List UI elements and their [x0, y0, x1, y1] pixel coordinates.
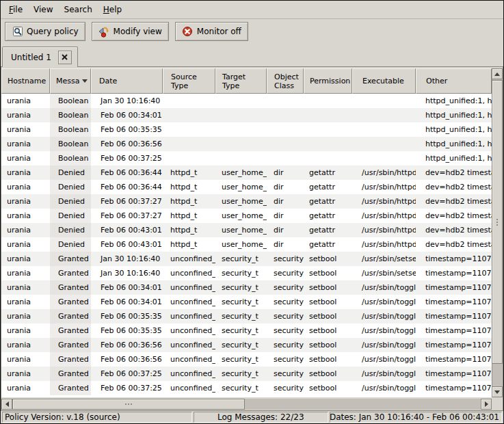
cell-target_type — [215, 151, 267, 165]
cell-executable — [352, 122, 416, 137]
table-row[interactable]: uraniaGrantedFeb 06 00:36:56unconfined_s… — [1, 352, 492, 367]
table-row[interactable]: uraniaGrantedFeb 06 00:36:56unconfined_s… — [1, 338, 492, 352]
modify-view-button[interactable]: Modify view — [92, 22, 169, 41]
table-row[interactable]: uraniaGrantedFeb 06 00:37:25unconfined_s… — [1, 381, 492, 395]
cell-date: Feb 06 00:37:25 — [91, 367, 163, 381]
cell-date: Feb 06 00:35:35 — [91, 323, 163, 338]
table-row[interactable]: uraniaBooleanFeb 06 00:35:35httpd_unifie… — [1, 122, 492, 137]
cell-target_type: security_t — [215, 338, 267, 352]
table-row[interactable]: uraniaDeniedFeb 06 00:43:01httpd_tuser_h… — [1, 223, 492, 237]
table-row[interactable]: uraniaGrantedFeb 06 00:34:01unconfined_s… — [1, 280, 492, 295]
cell-date: Feb 06 00:35:35 — [91, 122, 163, 137]
cell-source_type: unconfined_ — [163, 338, 215, 352]
query-policy-label: Query policy — [27, 27, 79, 36]
cell-other: timestamp=11076 — [416, 280, 492, 295]
menu-view-label: View — [34, 5, 53, 14]
scroll-left-button[interactable] — [1, 399, 12, 410]
menu-view[interactable]: View — [28, 2, 58, 17]
cell-source_type — [163, 122, 215, 137]
column-header-label: Other — [426, 77, 447, 85]
menu-help[interactable]: Help — [98, 2, 127, 17]
cell-target_type: security_t — [215, 295, 267, 309]
cell-source_type: unconfined_ — [163, 323, 215, 338]
tab-untitled-1[interactable]: Untitled 1 — [2, 47, 78, 67]
close-icon — [62, 54, 68, 60]
cell-object_class: security — [267, 252, 304, 266]
table-row[interactable]: uraniaDeniedFeb 06 00:43:01httpd_tuser_h… — [1, 237, 492, 252]
cell-message: Denied — [50, 194, 91, 209]
scroll-right-button[interactable] — [481, 399, 492, 410]
horizontal-scrollbar-thumb[interactable] — [12, 399, 245, 410]
cell-other: dev=hdb2 timesta — [416, 180, 492, 194]
scrollbar-grip-icon — [125, 403, 127, 405]
column-header-other[interactable]: Other — [416, 68, 492, 94]
cell-executable: /usr/sbin/toggle — [352, 295, 416, 309]
menu-file[interactable]: File — [3, 2, 28, 17]
scroll-down-button[interactable] — [492, 386, 503, 397]
cell-source_type: unconfined_ — [163, 295, 215, 309]
cell-message: Granted — [50, 309, 91, 323]
table-row[interactable]: uraniaBooleanFeb 06 00:34:01httpd_unifie… — [1, 108, 492, 122]
table-row[interactable]: uraniaDeniedFeb 06 00:36:44httpd_tuser_h… — [1, 165, 492, 180]
cell-executable: /usr/sbin/httpd — [352, 194, 416, 209]
table-row[interactable]: uraniaBooleanFeb 06 00:36:56httpd_unifie… — [1, 137, 492, 151]
monitor-off-button[interactable]: Monitor off — [175, 22, 248, 41]
column-header-object_class[interactable]: Object Class — [267, 68, 304, 94]
tab-label: Untitled 1 — [11, 53, 51, 62]
menu-search[interactable]: Search — [59, 2, 98, 17]
cell-message: Granted — [50, 266, 91, 280]
table-row[interactable]: uraniaBooleanJan 30 10:16:40httpd_unifie… — [1, 94, 492, 108]
query-policy-button[interactable]: Query policy — [5, 22, 85, 41]
vertical-scrollbar[interactable] — [492, 68, 503, 397]
cell-date: Feb 06 00:36:56 — [91, 137, 163, 151]
cell-hostname: urania — [1, 352, 50, 367]
cell-permission — [304, 137, 352, 151]
cell-hostname: urania — [1, 137, 50, 151]
modify-view-icon — [98, 26, 110, 38]
column-header-target_type[interactable]: Target Type — [215, 68, 267, 94]
column-header-executable[interactable]: Executable — [352, 68, 416, 94]
cell-message: Granted — [50, 280, 91, 295]
cell-source_type — [163, 137, 215, 151]
horizontal-scrollbar[interactable] — [1, 399, 492, 410]
cell-target_type: security_t — [215, 280, 267, 295]
cell-target_type: security_t — [215, 352, 267, 367]
status-dates: Dates: Jan 30 10:16:40 - Feb 06 00:43:01 — [330, 412, 502, 423]
column-header-permission[interactable]: Permission — [304, 68, 352, 94]
table-row[interactable]: uraniaGrantedJan 30 10:16:40unconfined_s… — [1, 266, 492, 280]
cell-other: timestamp=11076 — [416, 367, 492, 381]
scroll-up-button[interactable] — [492, 68, 503, 79]
tab-close-button[interactable] — [58, 51, 72, 64]
cell-date: Feb 06 00:43:01 — [91, 237, 163, 252]
column-header-message[interactable]: Messa — [50, 68, 91, 94]
cell-source_type: unconfined_ — [163, 367, 215, 381]
column-header-date[interactable]: Date — [91, 68, 163, 94]
table-row[interactable]: uraniaBooleanFeb 06 00:37:25httpd_unifie… — [1, 151, 492, 165]
cell-permission: setbool — [304, 309, 352, 323]
menu-file-label: ile — [13, 5, 23, 14]
cell-source_type: httpd_t — [163, 209, 215, 223]
table-row[interactable]: uraniaGrantedFeb 06 00:37:25unconfined_s… — [1, 367, 492, 381]
table-row[interactable]: uraniaGrantedJan 30 10:16:40unconfined_s… — [1, 252, 492, 266]
table-row[interactable]: uraniaGrantedFeb 06 00:35:35unconfined_s… — [1, 309, 492, 323]
vertical-scrollbar-thumb[interactable] — [492, 80, 503, 364]
cell-hostname: urania — [1, 381, 50, 395]
table-row[interactable]: uraniaDeniedFeb 06 00:37:27httpd_tuser_h… — [1, 209, 492, 223]
table-row[interactable]: uraniaDeniedFeb 06 00:37:27httpd_tuser_h… — [1, 194, 492, 209]
cell-other: httpd_unified:1, h — [416, 94, 492, 108]
cell-permission: setbool — [304, 266, 352, 280]
cell-hostname: urania — [1, 209, 50, 223]
cell-object_class — [267, 151, 304, 165]
scrollbar-grip-icon — [496, 219, 498, 220]
table-row[interactable]: uraniaDeniedFeb 06 00:36:44httpd_tuser_h… — [1, 180, 492, 194]
table-row[interactable]: uraniaGrantedFeb 06 00:34:01unconfined_s… — [1, 295, 492, 309]
cell-executable: /usr/sbin/toggle — [352, 381, 416, 395]
menu-search-label: Search — [64, 5, 92, 14]
table-row[interactable]: uraniaGrantedFeb 06 00:35:35unconfined_s… — [1, 323, 492, 338]
table-body: uraniaBooleanJan 30 10:16:40httpd_unifie… — [1, 94, 492, 397]
cell-date: Feb 06 00:36:44 — [91, 165, 163, 180]
cell-permission — [304, 151, 352, 165]
cell-object_class: dir — [267, 237, 304, 252]
column-header-hostname[interactable]: Hostname — [1, 68, 50, 94]
column-header-source_type[interactable]: Source Type — [163, 68, 215, 94]
